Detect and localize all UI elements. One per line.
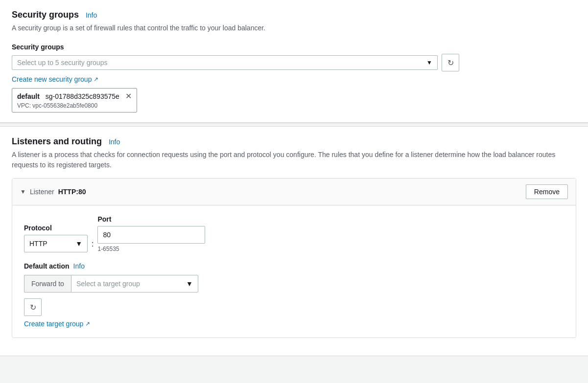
refresh-icon: ↻ [447, 58, 454, 68]
default-action-header: Default action Info [24, 262, 564, 270]
refresh-security-groups-button[interactable]: ↻ [442, 54, 459, 71]
refresh-icon: ↻ [30, 303, 36, 312]
external-link-icon: ↗ [85, 320, 90, 327]
default-action-label: Default action [24, 262, 70, 270]
default-action-row: Forward to Select a target group ▼ [24, 275, 564, 293]
listener-name: HTTP:80 [58, 188, 86, 196]
target-group-select[interactable]: Select a target group ▼ [71, 275, 198, 293]
listener-title-group: ▼ Listener HTTP:80 [20, 188, 86, 196]
protocol-select[interactable]: HTTP ▼ [24, 235, 88, 252]
create-target-group-link[interactable]: Create target group ↗ [24, 320, 90, 328]
listeners-info-link[interactable]: Info [109, 138, 120, 146]
port-hint: 1-65535 [97, 246, 205, 252]
external-link-icon: ↗ [94, 76, 98, 83]
listener-header: ▼ Listener HTTP:80 Remove [12, 179, 576, 205]
port-field: Port 1-65535 [97, 215, 205, 252]
selected-sg-name: default [17, 92, 40, 100]
protocol-chevron-icon: ▼ [75, 240, 82, 248]
listeners-description: A listener is a process that checks for … [12, 150, 576, 170]
security-groups-description: A security group is a set of firewall ru… [12, 23, 576, 33]
protocol-value: HTTP [29, 240, 75, 248]
security-groups-section: Security groups Info A security group is… [0, 0, 588, 123]
forward-to-button: Forward to [24, 275, 71, 293]
protocol-port-row: Protocol HTTP ▼ : Port 1-65535 [24, 215, 564, 252]
target-group-chevron-icon: ▼ [186, 280, 193, 288]
port-label: Port [97, 215, 205, 223]
security-groups-title: Security groups [12, 10, 79, 20]
selected-security-group: default sg-01788d325c893575e ✕ VPC: vpc-… [12, 88, 137, 113]
listeners-title: Listeners and routing [12, 136, 102, 146]
chevron-down-icon: ▼ [426, 59, 432, 66]
refresh-target-groups-button[interactable]: ↻ [24, 298, 42, 316]
default-action-info-link[interactable]: Info [73, 262, 85, 270]
selected-sg-vpc: VPC: vpc-055638e2ab5fe0800 [17, 102, 132, 109]
section-divider [0, 123, 588, 127]
security-groups-field-label: Security groups [12, 43, 576, 51]
remove-listener-button[interactable]: Remove [526, 184, 568, 199]
default-action-section: Default action Info Forward to Select a … [24, 262, 564, 293]
security-groups-info-link[interactable]: Info [86, 11, 97, 19]
port-input[interactable] [97, 226, 205, 244]
listener-box: ▼ Listener HTTP:80 Remove Protocol HTTP … [12, 178, 576, 338]
selected-sg-id: sg-01788d325c893575e [46, 92, 119, 100]
create-security-group-link[interactable]: Create new security group ↗ [12, 75, 98, 83]
remove-security-group-button[interactable]: ✕ [125, 91, 132, 101]
protocol-label: Protocol [24, 224, 88, 232]
listener-collapse-icon[interactable]: ▼ [20, 188, 26, 195]
target-group-placeholder: Select a target group [76, 280, 186, 288]
listeners-routing-section: Listeners and routing Info A listener is… [0, 127, 588, 356]
security-groups-select[interactable]: Select up to 5 security groups ▼ [12, 55, 438, 70]
security-groups-placeholder: Select up to 5 security groups [17, 59, 423, 67]
listener-label: Listener [30, 188, 54, 196]
protocol-field: Protocol HTTP ▼ [24, 224, 88, 252]
colon-separator: : [88, 240, 97, 252]
listener-body: Protocol HTTP ▼ : Port 1-65535 [12, 205, 576, 338]
